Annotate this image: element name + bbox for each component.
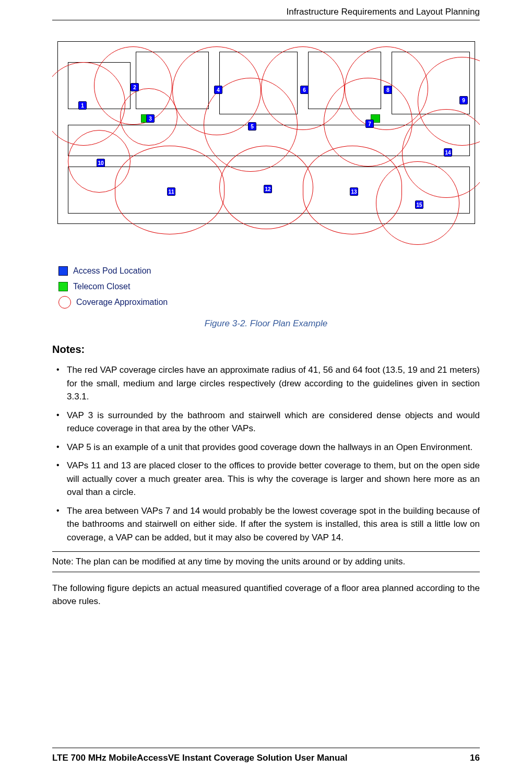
legend-label: Telecom Closet — [73, 280, 130, 293]
vap-marker: 5 — [248, 122, 256, 131]
vap-marker: 2 — [131, 83, 139, 91]
vap-marker: 14 — [444, 148, 452, 157]
notes-list: The red VAP coverage circles have an app… — [52, 363, 480, 544]
notes-heading: Notes: — [52, 341, 480, 357]
note-item: VAPs 11 and 13 are placed closer to the … — [52, 459, 480, 499]
footer-title: LTE 700 MHz MobileAccessVE Instant Cover… — [52, 751, 348, 765]
vap-marker: 8 — [384, 86, 392, 94]
figure-legend: Access Pod Location Telecom Closet Cover… — [58, 265, 480, 309]
telecom-closet-icon — [58, 282, 68, 291]
vap-marker: 15 — [415, 200, 423, 209]
note-item: VAP 3 is surrounded by the bathroom and … — [52, 409, 480, 435]
note-item: The area between VAPs 7 and 14 would pro… — [52, 504, 480, 545]
note-item: VAP 5 is an example of a unit that provi… — [52, 441, 480, 454]
page-number: 16 — [470, 751, 480, 765]
vap-marker: 4 — [214, 86, 222, 94]
vap-marker: 12 — [264, 185, 272, 193]
vap-marker: 9 — [459, 96, 468, 104]
header-title: Infrastructure Requirements and Layout P… — [287, 7, 480, 17]
page-footer: LTE 700 MHz MobileAccessVE Instant Cover… — [52, 748, 480, 765]
following-paragraph: The following figure depicts an actual m… — [52, 582, 480, 608]
vap-marker: 10 — [97, 159, 105, 167]
vap-marker: 11 — [167, 187, 175, 196]
access-pod-icon — [58, 266, 68, 276]
legend-label: Coverage Approximation — [76, 296, 168, 309]
vap-marker: 7 — [365, 120, 374, 128]
vap-marker: 3 — [146, 114, 155, 123]
vap-marker: 13 — [350, 187, 358, 196]
page-header: Infrastructure Requirements and Layout P… — [52, 0, 480, 20]
floor-plan-diagram: 1 2 3 4 5 6 7 8 9 10 11 12 13 14 15 — [52, 31, 480, 261]
coverage-circle-icon — [58, 296, 71, 309]
legend-access-pod: Access Pod Location — [58, 265, 480, 277]
vap-marker: 1 — [78, 101, 87, 110]
legend-telecom-closet: Telecom Closet — [58, 280, 480, 293]
figure-floor-plan: 1 2 3 4 5 6 7 8 9 10 11 12 13 14 15 Acce… — [52, 31, 480, 309]
figure-caption: Figure 3-2. Floor Plan Example — [52, 317, 480, 330]
legend-coverage: Coverage Approximation — [58, 296, 480, 309]
legend-label: Access Pod Location — [73, 265, 151, 277]
vap-marker: 6 — [300, 86, 309, 94]
note-item: The red VAP coverage circles have an app… — [52, 363, 480, 404]
boxed-note: Note: The plan can be modified at any ti… — [52, 551, 480, 572]
